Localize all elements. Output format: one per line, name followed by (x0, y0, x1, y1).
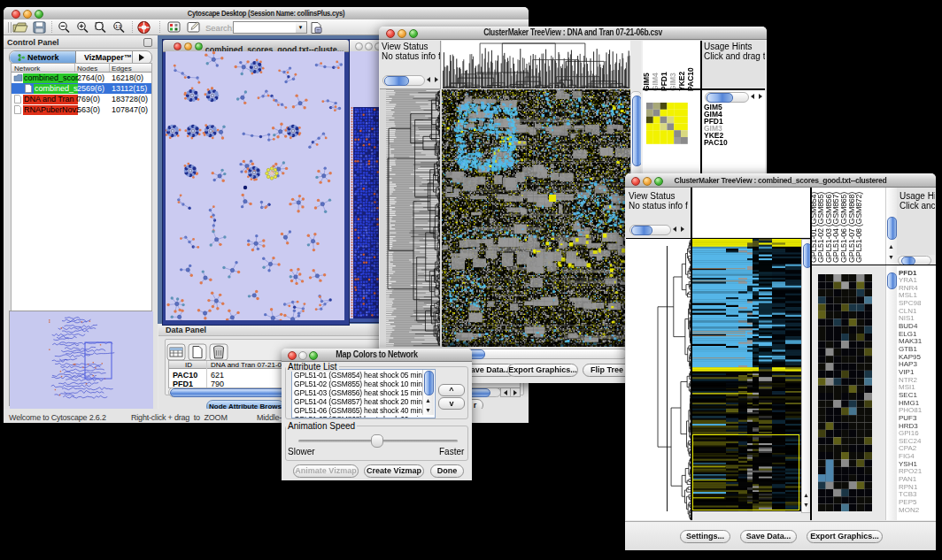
svg-text:1:1: 1:1 (115, 25, 121, 29)
